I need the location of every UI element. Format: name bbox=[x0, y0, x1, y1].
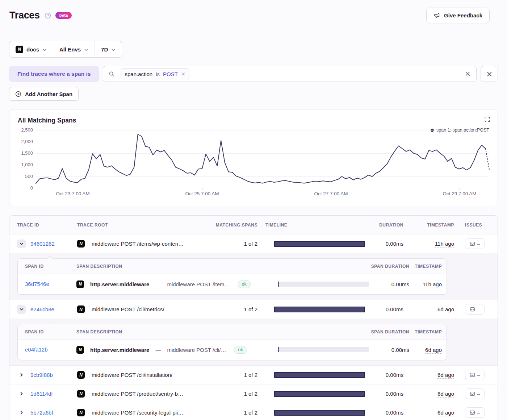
column-header-trace-id: TRACE ID bbox=[9, 223, 69, 228]
issues-button[interactable]: – bbox=[465, 238, 485, 249]
trace-root-description: middleware POST /items/wp-conten… bbox=[92, 241, 184, 247]
project-filter[interactable]: N docs bbox=[9, 41, 53, 57]
timestamp-value[interactable]: 11h ago bbox=[435, 241, 454, 247]
chevron-down-icon bbox=[42, 47, 47, 51]
collapse-trace-button[interactable] bbox=[17, 240, 26, 248]
timestamp-value[interactable]: 6d ago bbox=[437, 391, 454, 397]
issues-button[interactable]: – bbox=[465, 304, 485, 315]
environment-filter-value: All Envs bbox=[59, 46, 81, 53]
span-timestamp-cell: 11h ago bbox=[409, 281, 447, 287]
y-axis-tick-label: 2,000 bbox=[21, 139, 33, 144]
search-icon bbox=[109, 71, 114, 77]
traces-page: Traces beta Give Feedback N docs All Env… bbox=[0, 0, 507, 420]
trace-root-description: middleware POST /security-legal-pii… bbox=[92, 409, 183, 416]
timestamp-cell: 6d ago bbox=[408, 306, 458, 312]
environment-filter[interactable]: All Envs bbox=[53, 41, 95, 57]
matching-spans-count: 1 of 2 bbox=[214, 306, 259, 312]
project-filter-value: docs bbox=[26, 46, 39, 53]
timestamp-value[interactable]: 6d ago bbox=[437, 372, 454, 378]
chart-area: 05001,0001,5002,0002,500 Oct 23 7:00 AMO… bbox=[18, 130, 489, 200]
help-icon[interactable] bbox=[45, 12, 51, 19]
expand-trace-button[interactable] bbox=[17, 408, 26, 417]
give-feedback-button[interactable]: Give Feedback bbox=[426, 8, 490, 23]
span-timeline-cell bbox=[268, 347, 368, 352]
no-issues-dash: – bbox=[477, 410, 480, 415]
no-issues-dash: – bbox=[477, 241, 480, 246]
trace-id-cell: e246cb8e bbox=[9, 305, 69, 314]
token-operator: is bbox=[156, 71, 160, 77]
matching-spans-count: 1 of 2 bbox=[214, 241, 259, 247]
remove-span-filter-button[interactable] bbox=[481, 66, 498, 82]
span-timestamp-value[interactable]: 11h ago bbox=[423, 281, 442, 287]
give-feedback-label: Give Feedback bbox=[444, 12, 482, 18]
y-axis-tick-label: 1,000 bbox=[21, 162, 33, 167]
nextjs-icon: N bbox=[76, 280, 84, 288]
trace-id-link[interactable]: 9cb9f88b bbox=[30, 372, 53, 378]
issues-button[interactable]: – bbox=[465, 407, 485, 418]
clear-search-icon[interactable] bbox=[465, 71, 471, 77]
timestamp-value[interactable]: 6d ago bbox=[437, 409, 454, 416]
x-axis-tick bbox=[73, 188, 73, 190]
timestamp-cell: 6d ago bbox=[408, 372, 458, 378]
search-token[interactable]: span.action is POST ✕ bbox=[121, 68, 189, 79]
inbox-icon bbox=[470, 410, 475, 415]
x-axis-tick bbox=[331, 188, 331, 190]
timeline-cell bbox=[259, 391, 373, 397]
trace-id-cell: 9cb9f88b bbox=[9, 371, 69, 379]
span-id-cell: 36d7546e bbox=[18, 281, 68, 287]
timeline-cell bbox=[259, 241, 373, 247]
span-id-link[interactable]: e04fa12b bbox=[25, 346, 48, 353]
column-header-span-id: SPAN ID bbox=[18, 264, 68, 269]
timeline-bar bbox=[274, 410, 365, 416]
chart-y-axis: 05001,0001,5002,0002,500 bbox=[18, 130, 33, 188]
timeline-bar bbox=[274, 391, 365, 397]
span-operation-name: http.server.middleware bbox=[90, 281, 149, 287]
collapse-trace-button[interactable] bbox=[17, 305, 26, 314]
x-axis-tick-label: Oct 25 7:00 AM bbox=[185, 191, 219, 196]
add-another-span-button[interactable]: Add Another Span bbox=[9, 87, 79, 101]
inbox-icon bbox=[470, 391, 475, 396]
expand-trace-button[interactable] bbox=[17, 371, 26, 379]
expand-trace-button[interactable] bbox=[17, 390, 26, 398]
span-description-cell: Nhttp.server.middleware—middleware POST … bbox=[68, 346, 268, 354]
token-value: POST bbox=[163, 71, 178, 77]
timestamp-cell: 6d ago bbox=[408, 391, 458, 397]
trace-id-link[interactable]: 94601262 bbox=[30, 241, 55, 247]
column-header-span-timestamp: TIMESTAMP bbox=[409, 264, 447, 269]
timeline-cell bbox=[259, 307, 373, 312]
matching-spans-count: 1 of 2 bbox=[214, 409, 259, 416]
span-timeline-bar bbox=[278, 347, 369, 352]
nextjs-project-icon: N bbox=[16, 46, 23, 53]
nextjs-icon: N bbox=[77, 305, 85, 313]
expand-chart-icon[interactable] bbox=[485, 117, 490, 122]
x-axis-tick-label: Oct 29 7:00 AM bbox=[443, 191, 476, 196]
issues-cell: – bbox=[458, 370, 498, 380]
column-header-matching-spans: MATCHING SPANS bbox=[214, 223, 259, 228]
x-axis-tick-label: Oct 27 7:00 AM bbox=[314, 191, 348, 196]
date-range-filter-value: 7D bbox=[101, 46, 108, 53]
trace-id-cell: 5b72a6bf bbox=[9, 408, 69, 417]
issues-button[interactable]: – bbox=[465, 370, 485, 380]
timestamp-value[interactable]: 6d ago bbox=[437, 306, 454, 312]
date-range-filter[interactable]: 7D bbox=[95, 41, 122, 57]
trace-id-link[interactable]: e246cb8e bbox=[30, 306, 54, 312]
trace-row: e246cb8eNmiddleware POST /cli/metrics/1 … bbox=[9, 300, 498, 319]
span-id-link[interactable]: 36d7546e bbox=[25, 281, 49, 287]
y-axis-tick-label: 500 bbox=[25, 174, 33, 179]
chart-plot[interactable] bbox=[36, 130, 489, 188]
span-row: 36d7546eNhttp.server.middleware—middlewa… bbox=[18, 274, 447, 294]
span-row: e04fa12bNhttp.server.middleware—middlewa… bbox=[18, 340, 447, 360]
issues-button[interactable]: – bbox=[465, 388, 485, 399]
expanded-spans-panel: SPAN IDSPAN DESCRIPTIONSPAN DURATIONTIME… bbox=[9, 253, 498, 300]
column-header-span-description: SPAN DESCRIPTION bbox=[68, 329, 268, 334]
trace-id-cell: 94601262 bbox=[9, 240, 69, 248]
token-remove-icon[interactable]: ✕ bbox=[181, 71, 185, 77]
trace-id-link[interactable]: 1d6114df bbox=[30, 391, 53, 397]
chevron-right-icon bbox=[19, 373, 24, 377]
trace-root-description: middleware POST /cli/metrics/ bbox=[92, 306, 164, 312]
token-key: span.action bbox=[125, 71, 152, 77]
trace-id-link[interactable]: 5b72a6bf bbox=[30, 409, 53, 416]
span-search-input[interactable]: span.action is POST ✕ bbox=[103, 66, 477, 82]
span-timestamp-value[interactable]: 6d ago bbox=[425, 347, 442, 353]
chart-x-axis: Oct 23 7:00 AMOct 25 7:00 AMOct 27 7:00 … bbox=[36, 188, 489, 200]
